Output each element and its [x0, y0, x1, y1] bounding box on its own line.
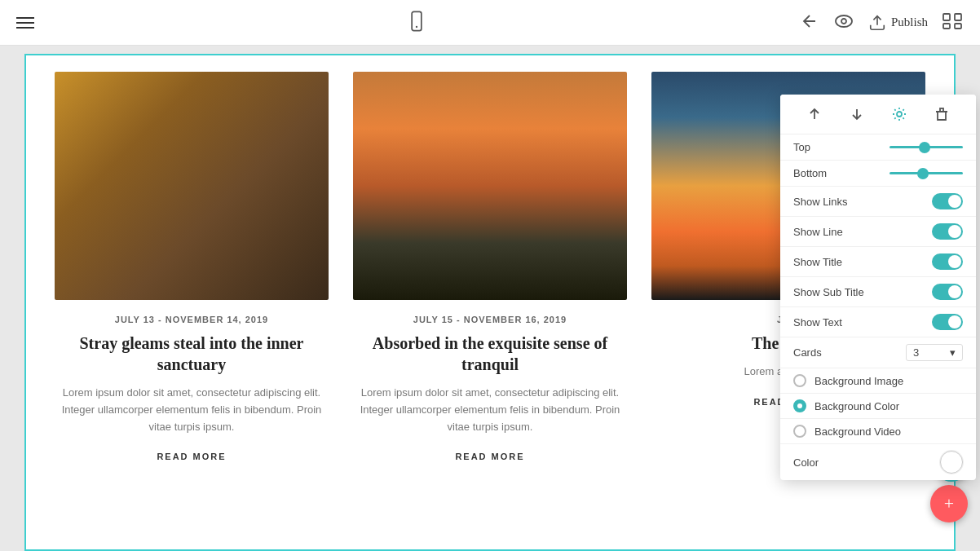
background-video-row[interactable]: Background Video	[780, 419, 976, 444]
color-label: Color	[793, 456, 819, 469]
background-color-radio[interactable]	[793, 399, 806, 412]
top-label: Top	[793, 141, 810, 153]
card-1-read-more[interactable]: READ MORE	[157, 452, 226, 461]
bottom-label: Bottom	[793, 167, 827, 179]
show-line-knob	[948, 225, 961, 238]
svg-rect-8	[955, 24, 961, 29]
top-slider-row: Top	[780, 134, 976, 161]
show-links-label: Show Links	[793, 196, 847, 208]
card-2-text: Lorem ipsum dolor sit amet, consectetur …	[353, 385, 627, 435]
show-title-label: Show Title	[793, 256, 842, 268]
show-subtitle-label: Show Sub Title	[793, 286, 864, 298]
layout-icon[interactable]	[941, 11, 964, 34]
bottom-slider[interactable]	[890, 172, 963, 174]
cards-value: 3	[913, 346, 919, 359]
fab-add-button[interactable]: +	[930, 485, 968, 522]
card-1-date: JULY 13 - NOVEMBER 14, 2019	[55, 315, 329, 324]
svg-point-9	[897, 112, 902, 117]
topbar: Publish	[0, 0, 980, 46]
chevron-down-icon: ▾	[950, 346, 956, 359]
background-image-radio[interactable]	[793, 374, 806, 387]
popup-panel: Top Bottom Show Links Show Line	[780, 95, 976, 480]
cards-label: Cards	[793, 346, 822, 359]
publish-button[interactable]: Publish	[868, 14, 928, 32]
show-text-toggle[interactable]	[932, 314, 963, 330]
show-subtitle-row: Show Sub Title	[780, 277, 976, 307]
card-2-date: JULY 15 - NOVEMBER 16, 2019	[353, 315, 627, 324]
card-2-read-more[interactable]: READ MORE	[455, 452, 524, 461]
show-line-toggle[interactable]	[932, 223, 963, 240]
cards-select[interactable]: 3 ▾	[906, 344, 963, 361]
color-row: Color	[780, 444, 976, 480]
settings-icon[interactable]	[888, 103, 911, 126]
delete-icon[interactable]	[930, 103, 953, 126]
card-1-image	[55, 72, 329, 300]
plus-icon: +	[944, 493, 954, 514]
topbar-right: Publish	[800, 11, 964, 34]
show-text-label: Show Text	[793, 316, 842, 328]
show-title-knob	[948, 255, 961, 268]
show-links-knob	[948, 195, 961, 208]
move-down-icon[interactable]	[845, 103, 868, 126]
card-1: JULY 13 - NOVEMBER 14, 2019 Stray gleams…	[42, 72, 341, 479]
card-2-title: Absorbed in the exquisite sense of tranq…	[353, 333, 627, 375]
card-1-text: Lorem ipsum dolor sit amet, consectetur …	[55, 385, 329, 435]
background-video-radio[interactable]	[793, 425, 806, 438]
back-icon[interactable]	[800, 11, 819, 34]
popup-toolbar	[780, 95, 976, 134]
show-subtitle-toggle[interactable]	[932, 284, 963, 300]
cards-row: Cards 3 ▾	[780, 337, 976, 368]
show-line-row: Show Line	[780, 217, 976, 247]
eye-icon[interactable]	[832, 11, 855, 34]
main-area: JULY 13 - NOVEMBER 14, 2019 Stray gleams…	[0, 46, 980, 551]
show-text-row: Show Text	[780, 307, 976, 337]
color-swatch[interactable]	[940, 451, 963, 474]
background-color-label: Background Color	[814, 400, 899, 412]
card-1-title: Stray gleams steal into the inner sanctu…	[55, 333, 329, 375]
background-image-label: Background Image	[814, 375, 903, 387]
phone-icon[interactable]	[405, 10, 428, 36]
card-2-image	[353, 72, 627, 300]
topbar-left	[16, 17, 34, 29]
topbar-center	[405, 10, 428, 36]
show-line-label: Show Line	[793, 226, 843, 238]
move-up-icon[interactable]	[803, 103, 826, 126]
card-2: JULY 15 - NOVEMBER 16, 2019 Absorbed in …	[341, 72, 639, 479]
show-title-row: Show Title	[780, 247, 976, 277]
hamburger-icon[interactable]	[16, 17, 34, 29]
svg-rect-6	[955, 14, 961, 20]
svg-rect-7	[943, 24, 950, 29]
publish-label: Publish	[891, 15, 928, 29]
top-slider[interactable]	[890, 146, 963, 148]
svg-rect-5	[943, 14, 950, 20]
svg-point-2	[836, 15, 852, 27]
bottom-slider-row: Bottom	[780, 161, 976, 187]
svg-rect-11	[940, 108, 943, 112]
background-color-row[interactable]: Background Color	[780, 394, 976, 419]
show-text-knob	[948, 315, 961, 328]
show-subtitle-knob	[948, 285, 961, 298]
show-links-row: Show Links	[780, 187, 976, 217]
background-image-row[interactable]: Background Image	[780, 368, 976, 394]
show-links-toggle[interactable]	[932, 193, 963, 209]
svg-point-3	[841, 19, 846, 24]
show-title-toggle[interactable]	[932, 253, 963, 270]
background-video-label: Background Video	[814, 425, 901, 438]
